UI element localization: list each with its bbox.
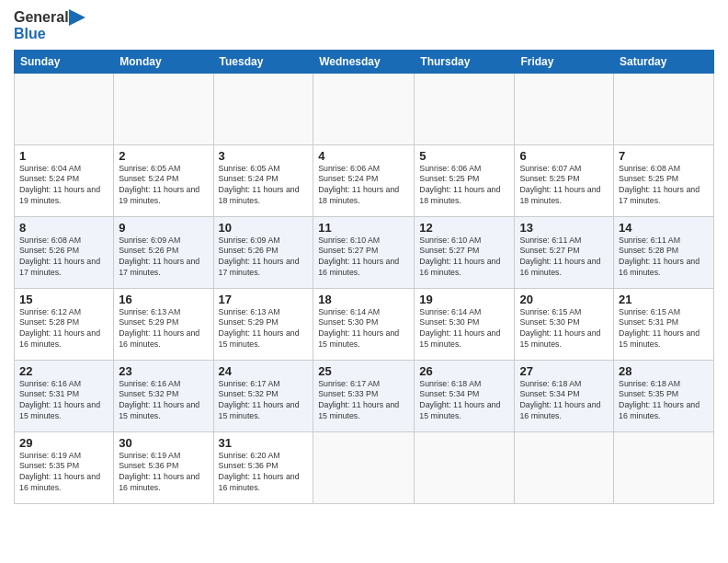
- day-number: 25: [318, 364, 409, 378]
- calendar-day-cell: [614, 431, 714, 503]
- day-number: 30: [119, 436, 208, 450]
- calendar-week-row: 8Sunrise: 6:08 AM Sunset: 5:26 PM Daylig…: [15, 216, 714, 288]
- day-info: Sunrise: 6:08 AM Sunset: 5:26 PM Dayligh…: [19, 236, 108, 280]
- day-info: Sunrise: 6:11 AM Sunset: 5:28 PM Dayligh…: [619, 236, 709, 280]
- day-number: 29: [19, 436, 108, 450]
- calendar-day-cell: [213, 73, 313, 144]
- day-number: 14: [619, 221, 709, 235]
- day-number: 7: [619, 149, 709, 163]
- calendar-day-cell: 7Sunrise: 6:08 AM Sunset: 5:25 PM Daylig…: [614, 144, 714, 216]
- calendar-day-cell: 28Sunrise: 6:18 AM Sunset: 5:35 PM Dayli…: [614, 360, 714, 431]
- calendar-day-cell: 14Sunrise: 6:11 AM Sunset: 5:28 PM Dayli…: [614, 216, 714, 288]
- calendar-day-cell: 18Sunrise: 6:14 AM Sunset: 5:30 PM Dayli…: [313, 288, 415, 360]
- day-info: Sunrise: 6:10 AM Sunset: 5:27 PM Dayligh…: [419, 236, 509, 280]
- day-number: 12: [419, 221, 509, 235]
- day-number: 18: [318, 293, 409, 306]
- calendar-day-cell: 17Sunrise: 6:13 AM Sunset: 5:29 PM Dayli…: [213, 288, 313, 360]
- calendar-day-header: Sunday: [15, 50, 114, 73]
- day-number: 17: [219, 293, 309, 306]
- calendar-day-cell: 25Sunrise: 6:17 AM Sunset: 5:33 PM Dayli…: [313, 360, 415, 431]
- calendar-day-header: Thursday: [415, 50, 515, 73]
- calendar-table: SundayMondayTuesdayWednesdayThursdayFrid…: [14, 50, 714, 504]
- calendar-day-cell: [415, 431, 515, 503]
- calendar-day-header: Tuesday: [213, 50, 313, 73]
- day-info: Sunrise: 6:18 AM Sunset: 5:34 PM Dayligh…: [519, 379, 609, 423]
- day-info: Sunrise: 6:04 AM Sunset: 5:24 PM Dayligh…: [19, 164, 108, 208]
- calendar-day-cell: 20Sunrise: 6:15 AM Sunset: 5:30 PM Dayli…: [515, 288, 614, 360]
- day-number: 23: [119, 364, 208, 378]
- calendar-header-row: SundayMondayTuesdayWednesdayThursdayFrid…: [15, 50, 714, 73]
- day-number: 24: [219, 364, 309, 378]
- calendar-day-cell: 26Sunrise: 6:18 AM Sunset: 5:34 PM Dayli…: [415, 360, 515, 431]
- calendar-day-cell: 4Sunrise: 6:06 AM Sunset: 5:24 PM Daylig…: [313, 144, 415, 216]
- day-number: 28: [619, 364, 709, 378]
- day-number: 22: [19, 364, 108, 378]
- day-info: Sunrise: 6:06 AM Sunset: 5:25 PM Dayligh…: [419, 164, 509, 208]
- calendar-day-cell: [313, 73, 415, 144]
- day-number: 3: [219, 149, 309, 163]
- day-info: Sunrise: 6:09 AM Sunset: 5:26 PM Dayligh…: [219, 236, 309, 280]
- calendar-week-row: 22Sunrise: 6:16 AM Sunset: 5:31 PM Dayli…: [15, 360, 714, 431]
- day-info: Sunrise: 6:15 AM Sunset: 5:30 PM Dayligh…: [519, 307, 609, 351]
- calendar-day-cell: 21Sunrise: 6:15 AM Sunset: 5:31 PM Dayli…: [614, 288, 714, 360]
- calendar-day-cell: 5Sunrise: 6:06 AM Sunset: 5:25 PM Daylig…: [415, 144, 515, 216]
- calendar-day-header: Friday: [515, 50, 614, 73]
- calendar-day-header: Wednesday: [313, 50, 415, 73]
- calendar-day-cell: 12Sunrise: 6:10 AM Sunset: 5:27 PM Dayli…: [415, 216, 515, 288]
- day-number: 1: [19, 149, 108, 163]
- day-info: Sunrise: 6:17 AM Sunset: 5:33 PM Dayligh…: [318, 379, 409, 423]
- day-number: 16: [119, 293, 208, 306]
- calendar-day-cell: [114, 73, 213, 144]
- day-number: 4: [318, 149, 409, 163]
- calendar-week-row: 1Sunrise: 6:04 AM Sunset: 5:24 PM Daylig…: [15, 144, 714, 216]
- day-info: Sunrise: 6:11 AM Sunset: 5:27 PM Dayligh…: [519, 236, 609, 280]
- day-info: Sunrise: 6:14 AM Sunset: 5:30 PM Dayligh…: [318, 307, 409, 351]
- day-info: Sunrise: 6:07 AM Sunset: 5:25 PM Dayligh…: [519, 164, 609, 208]
- day-info: Sunrise: 6:18 AM Sunset: 5:34 PM Dayligh…: [419, 379, 509, 423]
- day-info: Sunrise: 6:12 AM Sunset: 5:28 PM Dayligh…: [19, 307, 108, 351]
- day-number: 21: [619, 293, 709, 306]
- day-number: 20: [519, 293, 609, 306]
- calendar-day-cell: [415, 73, 515, 144]
- day-info: Sunrise: 6:18 AM Sunset: 5:35 PM Dayligh…: [619, 379, 709, 423]
- day-number: 6: [519, 149, 609, 163]
- day-number: 27: [519, 364, 609, 378]
- day-info: Sunrise: 6:15 AM Sunset: 5:31 PM Dayligh…: [619, 307, 709, 351]
- calendar-day-cell: 29Sunrise: 6:19 AM Sunset: 5:35 PM Dayli…: [15, 431, 114, 503]
- day-info: Sunrise: 6:20 AM Sunset: 5:36 PM Dayligh…: [219, 451, 309, 495]
- day-number: 19: [419, 293, 509, 306]
- calendar-day-cell: 10Sunrise: 6:09 AM Sunset: 5:26 PM Dayli…: [213, 216, 313, 288]
- logo: GeneralBlue: [14, 9, 85, 42]
- svg-marker-0: [69, 9, 85, 26]
- calendar-day-cell: 30Sunrise: 6:19 AM Sunset: 5:36 PM Dayli…: [114, 431, 213, 503]
- calendar-day-cell: 9Sunrise: 6:09 AM Sunset: 5:26 PM Daylig…: [114, 216, 213, 288]
- day-info: Sunrise: 6:19 AM Sunset: 5:35 PM Dayligh…: [19, 451, 108, 495]
- day-number: 13: [519, 221, 609, 235]
- calendar-week-row: 29Sunrise: 6:19 AM Sunset: 5:35 PM Dayli…: [15, 431, 714, 503]
- page-header: GeneralBlue: [14, 9, 714, 42]
- day-info: Sunrise: 6:19 AM Sunset: 5:36 PM Dayligh…: [119, 451, 208, 495]
- day-info: Sunrise: 6:13 AM Sunset: 5:29 PM Dayligh…: [219, 307, 309, 351]
- day-number: 10: [219, 221, 309, 235]
- day-number: 2: [119, 149, 208, 163]
- day-info: Sunrise: 6:17 AM Sunset: 5:32 PM Dayligh…: [219, 379, 309, 423]
- day-info: Sunrise: 6:16 AM Sunset: 5:31 PM Dayligh…: [19, 379, 108, 423]
- calendar-day-cell: 6Sunrise: 6:07 AM Sunset: 5:25 PM Daylig…: [515, 144, 614, 216]
- calendar-day-cell: 31Sunrise: 6:20 AM Sunset: 5:36 PM Dayli…: [213, 431, 313, 503]
- calendar-day-cell: 13Sunrise: 6:11 AM Sunset: 5:27 PM Dayli…: [515, 216, 614, 288]
- calendar-day-header: Saturday: [614, 50, 714, 73]
- day-info: Sunrise: 6:08 AM Sunset: 5:25 PM Dayligh…: [619, 164, 709, 208]
- calendar-day-cell: [515, 73, 614, 144]
- day-info: Sunrise: 6:13 AM Sunset: 5:29 PM Dayligh…: [119, 307, 208, 351]
- calendar-day-cell: 24Sunrise: 6:17 AM Sunset: 5:32 PM Dayli…: [213, 360, 313, 431]
- day-number: 9: [119, 221, 208, 235]
- calendar-week-row: [15, 73, 714, 144]
- calendar-day-cell: 2Sunrise: 6:05 AM Sunset: 5:24 PM Daylig…: [114, 144, 213, 216]
- calendar-day-cell: [15, 73, 114, 144]
- day-info: Sunrise: 6:05 AM Sunset: 5:24 PM Dayligh…: [119, 164, 208, 208]
- calendar-day-cell: 27Sunrise: 6:18 AM Sunset: 5:34 PM Dayli…: [515, 360, 614, 431]
- calendar-day-header: Monday: [114, 50, 213, 73]
- day-info: Sunrise: 6:06 AM Sunset: 5:24 PM Dayligh…: [318, 164, 409, 208]
- day-number: 5: [419, 149, 509, 163]
- calendar-day-cell: 16Sunrise: 6:13 AM Sunset: 5:29 PM Dayli…: [114, 288, 213, 360]
